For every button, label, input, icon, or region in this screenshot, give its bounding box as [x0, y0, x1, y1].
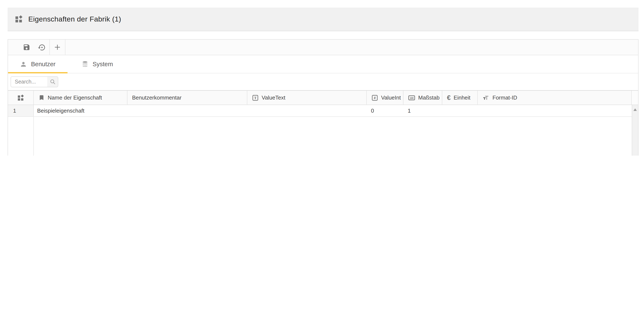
grid-header-row: Name der Eigenschaft Benutzerkommentar T…: [8, 90, 638, 105]
app-header-bar: Eigenschaften der Fabrik (1): [8, 7, 638, 31]
grid-body: 1 Beispieleigenschaft 0 1: [8, 105, 632, 156]
search-input[interactable]: [11, 77, 47, 87]
cell-name[interactable]: Beispieleigenschaft: [34, 105, 128, 116]
cell-valuetext[interactable]: [247, 105, 367, 116]
boxed-t-icon: T: [252, 94, 259, 101]
cell-valueint[interactable]: 0: [367, 105, 404, 116]
search-box: [10, 76, 58, 87]
search-row: [8, 73, 638, 90]
svg-text:T: T: [254, 96, 256, 100]
tab-system[interactable]: System: [68, 55, 127, 73]
column-header-benutzerkommentar[interactable]: Benutzerkommentar: [128, 91, 247, 105]
restore-icon: [38, 43, 46, 51]
tab-label: System: [93, 61, 113, 67]
column-header-massstab[interactable]: 100 Maßstab: [404, 91, 442, 105]
boxed-100-icon: 100: [408, 94, 415, 101]
properties-panel: Benutzer System: [8, 39, 638, 156]
bookmark-icon: [38, 94, 45, 101]
save-icon: [23, 43, 30, 51]
euro-icon: €: [447, 94, 451, 101]
database-icon: [82, 60, 89, 68]
restore-button[interactable]: [34, 40, 50, 55]
eigenschaften-window: Eigenschaften der Fabrik (1): [0, 0, 644, 156]
column-label: Name der Eigenschaft: [48, 94, 102, 101]
column-header-name[interactable]: Name der Eigenschaft: [34, 91, 128, 105]
save-button[interactable]: [19, 40, 34, 55]
page-title: Eigenschaften der Fabrik (1): [28, 15, 121, 23]
search-button[interactable]: [47, 77, 58, 87]
column-label: Format-ID: [492, 94, 517, 101]
column-label: Einheit: [454, 94, 470, 101]
cell-format-id[interactable]: [478, 105, 632, 116]
svg-text:100: 100: [410, 97, 414, 99]
cell-einheit[interactable]: [442, 105, 478, 116]
grid-toolbar: [8, 40, 638, 55]
person-icon: [20, 60, 27, 68]
scroll-up-arrow-icon[interactable]: [634, 108, 637, 111]
plus-icon: [54, 43, 61, 51]
svg-text:#: #: [374, 96, 376, 99]
column-header-valuetext[interactable]: T ValueText: [247, 91, 367, 105]
boxed-hash-icon: #: [372, 94, 378, 101]
column-label: Maßstab: [418, 94, 440, 101]
tab-bar: Benutzer System: [8, 55, 638, 73]
column-header-valueint[interactable]: # ValueInt: [367, 91, 404, 105]
text-format-icon: [482, 94, 490, 101]
column-label: ValueText: [262, 94, 285, 101]
add-button[interactable]: [50, 40, 65, 55]
table-row[interactable]: 1 Beispieleigenschaft 0 1: [8, 105, 632, 117]
tab-benutzer[interactable]: Benutzer: [8, 55, 68, 73]
row-number-cell: 1: [8, 105, 34, 116]
column-header-rownum[interactable]: [8, 91, 34, 105]
dashboard-icon: [14, 15, 23, 24]
column-label: Benutzerkommentar: [132, 94, 182, 101]
grid-empty-area: [8, 117, 632, 156]
column-label: ValueInt: [381, 94, 401, 101]
cell-massstab[interactable]: 1: [404, 105, 442, 116]
column-header-format-id[interactable]: Format-ID: [478, 91, 632, 105]
toolbar-divider: [65, 40, 66, 55]
dashboard-icon: [17, 94, 24, 101]
header-scrollbar-spacer: [632, 91, 638, 105]
magnifier-icon: [50, 79, 56, 85]
tab-label: Benutzer: [31, 61, 56, 67]
row-number-column-background: [8, 117, 34, 156]
column-header-einheit[interactable]: € Einheit: [442, 91, 478, 105]
cell-benutzerkommentar[interactable]: [128, 105, 247, 116]
vertical-scrollbar[interactable]: [632, 105, 638, 156]
